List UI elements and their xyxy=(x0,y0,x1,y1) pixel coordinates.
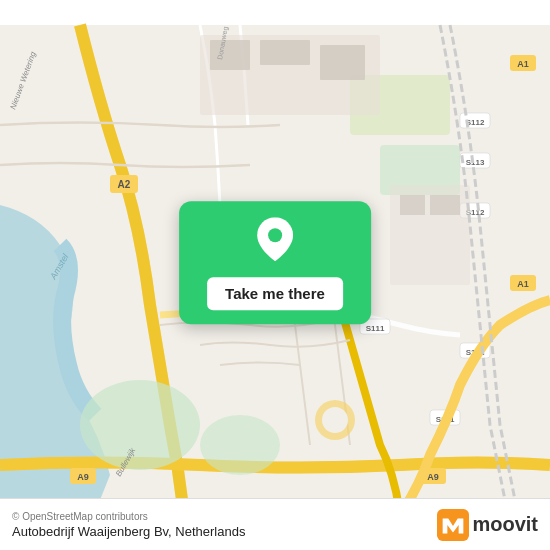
moovit-brand-text: moovit xyxy=(472,513,538,536)
svg-rect-43 xyxy=(437,509,469,541)
svg-rect-31 xyxy=(260,40,310,65)
svg-rect-34 xyxy=(400,195,425,215)
svg-text:A9: A9 xyxy=(427,472,439,482)
svg-point-26 xyxy=(200,415,280,475)
svg-point-41 xyxy=(322,407,348,433)
svg-text:S111: S111 xyxy=(366,324,385,333)
svg-point-25 xyxy=(80,380,200,470)
svg-text:S113: S113 xyxy=(466,158,485,167)
take-me-there-button[interactable]: Take me there xyxy=(207,277,343,310)
svg-point-42 xyxy=(268,228,282,242)
copyright-text: © OpenStreetMap contributors xyxy=(12,511,245,522)
svg-text:A2: A2 xyxy=(118,179,131,190)
svg-text:A9: A9 xyxy=(77,472,89,482)
bottom-left-info: © OpenStreetMap contributors Autobedrijf… xyxy=(12,511,245,539)
svg-text:A1: A1 xyxy=(517,59,529,69)
moovit-icon xyxy=(437,509,469,541)
svg-rect-35 xyxy=(430,195,460,215)
location-pin-icon xyxy=(257,217,293,265)
moovit-logo: moovit xyxy=(437,509,538,541)
place-name: Autobedrijf Waaijenberg Bv, Netherlands xyxy=(12,524,245,539)
bottom-bar: © OpenStreetMap contributors Autobedrijf… xyxy=(0,498,550,550)
svg-text:A1: A1 xyxy=(517,279,529,289)
svg-rect-32 xyxy=(320,45,365,80)
popup-card: Take me there xyxy=(179,201,371,324)
map-container: A2 A9 A9 N522 S111 S111 S112 S112 S112 S… xyxy=(0,0,550,550)
